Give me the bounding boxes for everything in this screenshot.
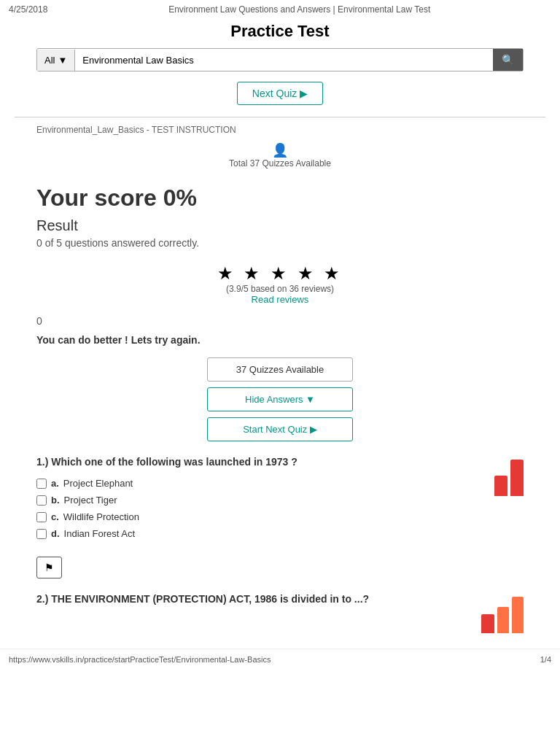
q1-number: 1.) bbox=[36, 456, 48, 468]
instruction-text: Environmental_Law_Basics - TEST INSTRUCT… bbox=[36, 125, 236, 135]
next-quiz-area: Next Quiz ▶ bbox=[0, 82, 560, 105]
question-1-chart bbox=[494, 456, 524, 496]
question-2-section: 2.) THE ENVIRONMENT (PROTECTION) ACT, 19… bbox=[36, 593, 524, 622]
bottom-bar: https://www.vskills.in/practice/startPra… bbox=[0, 649, 560, 670]
opt-d-label: d. bbox=[51, 528, 60, 539]
search-input[interactable] bbox=[75, 50, 493, 71]
question-2-chart bbox=[481, 593, 524, 633]
search-icon: 🔍 bbox=[502, 54, 514, 66]
score-zero: 0 bbox=[36, 315, 524, 327]
page-number: 1/4 bbox=[540, 655, 551, 664]
checkbox-c[interactable] bbox=[36, 512, 47, 522]
bar-chart-2 bbox=[481, 593, 524, 633]
read-reviews-link[interactable]: Read reviews bbox=[36, 294, 524, 305]
opt-b-text: Project Tiger bbox=[64, 495, 117, 506]
start-next-button[interactable]: Start Next Quiz ▶ bbox=[207, 417, 353, 441]
result-desc: 0 of 5 questions answered correctly. bbox=[36, 237, 524, 249]
bar-chart-1 bbox=[494, 456, 524, 496]
answer-option-c: c. Wildlife Protection bbox=[36, 511, 524, 522]
hide-answers-button[interactable]: Hide Answers ▼ bbox=[207, 387, 353, 411]
answer-option-a: a. Project Elephant bbox=[36, 478, 524, 489]
search-bar: All ▼ 🔍 bbox=[36, 48, 524, 71]
opt-c-label: c. bbox=[51, 511, 59, 522]
flag-icon: ⚑ bbox=[44, 562, 54, 573]
q2-number: 2.) bbox=[36, 593, 48, 605]
stars-area: ★ ★ ★ ★ ★ (3.9/5 based on 36 reviews) Re… bbox=[36, 263, 524, 305]
opt-a-label: a. bbox=[51, 478, 59, 489]
opt-a-text: Project Elephant bbox=[63, 478, 133, 489]
q1-text: Which one of the following was launched … bbox=[51, 456, 298, 468]
bar2-1 bbox=[481, 614, 494, 633]
question-2-text: 2.) THE ENVIRONMENT (PROTECTION) ACT, 19… bbox=[36, 593, 524, 605]
stars: ★ ★ ★ ★ ★ bbox=[36, 263, 524, 284]
user-icon: 👤 bbox=[0, 142, 560, 158]
score-heading: Your score 0% bbox=[36, 185, 524, 212]
bottom-url[interactable]: https://www.vskills.in/practice/startPra… bbox=[9, 655, 271, 664]
search-button[interactable]: 🔍 bbox=[493, 49, 523, 71]
question-1-text: 1.) Which one of the following was launc… bbox=[36, 456, 524, 468]
quiz-count-button[interactable]: 37 Quizzes Available bbox=[207, 357, 353, 382]
top-bar: 4/25/2018 Environment Law Questions and … bbox=[0, 0, 560, 19]
next-quiz-button[interactable]: Next Quiz ▶ bbox=[237, 82, 323, 105]
instruction-bar: Environmental_Law_Basics - TEST INSTRUCT… bbox=[0, 117, 560, 138]
opt-d-text: Indian Forest Act bbox=[64, 528, 136, 539]
checkbox-a[interactable] bbox=[36, 479, 47, 489]
flag-button[interactable]: ⚑ bbox=[36, 557, 62, 578]
opt-b-label: b. bbox=[51, 495, 60, 506]
checkbox-d[interactable] bbox=[36, 529, 47, 539]
main-content: Your score 0% Result 0 of 5 questions an… bbox=[0, 173, 560, 634]
bar2-2 bbox=[497, 607, 509, 633]
rating-text: (3.9/5 based on 36 reviews) bbox=[36, 284, 524, 294]
answer-option-b: b. Project Tiger bbox=[36, 495, 524, 506]
opt-c-text: Wildlife Protection bbox=[63, 511, 139, 522]
q2-text: THE ENVIRONMENT (PROTECTION) ACT, 1986 i… bbox=[51, 593, 369, 605]
result-label: Result bbox=[36, 217, 524, 234]
dropdown-arrow: ▼ bbox=[58, 55, 67, 66]
page-title: Practice Test bbox=[0, 22, 560, 41]
all-dropdown-button[interactable]: All ▼ bbox=[37, 50, 75, 71]
page-title-area: Practice Test bbox=[0, 19, 560, 48]
bar-2 bbox=[510, 460, 524, 496]
bar-1 bbox=[494, 476, 508, 496]
bar2-3 bbox=[512, 597, 524, 633]
user-info: 👤 Total 37 Quizzes Available bbox=[0, 138, 560, 173]
checkbox-b[interactable] bbox=[36, 495, 47, 506]
date: 4/25/2018 bbox=[9, 4, 47, 15]
try-again-text: You can do better ! Lets try again. bbox=[36, 334, 524, 346]
answer-option-d: d. Indian Forest Act bbox=[36, 528, 524, 539]
total-quizzes: Total 37 Quizzes Available bbox=[229, 158, 331, 169]
all-label: All bbox=[44, 55, 55, 66]
question-1-section: 1.) Which one of the following was launc… bbox=[36, 456, 524, 578]
page-tab-title: Environment Law Questions and Answers | … bbox=[168, 4, 430, 15]
